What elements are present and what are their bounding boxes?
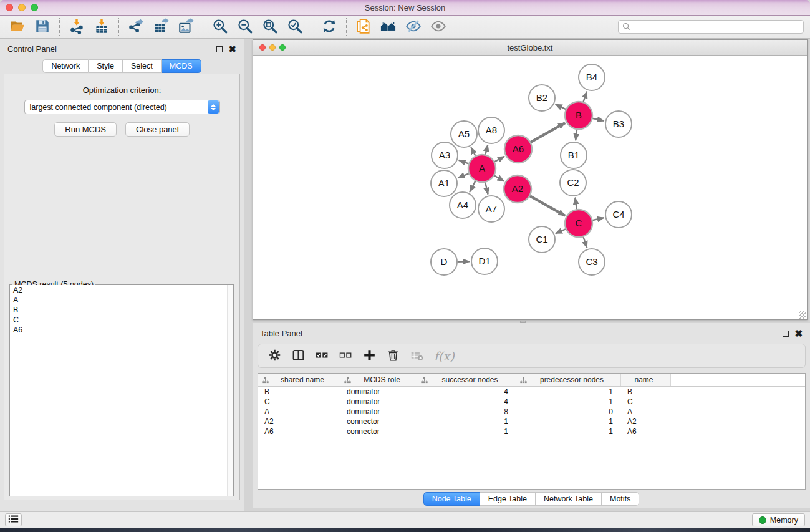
table-row[interactable]: Adominator80A [258, 407, 805, 417]
result-list-item[interactable]: B [10, 305, 233, 315]
close-panel-button[interactable]: Close panel [125, 122, 190, 137]
graph-node-C1[interactable]: C1 [529, 226, 555, 253]
open-session-button[interactable] [5, 17, 30, 37]
graph-edge-A6-B[interactable] [529, 123, 565, 143]
tab-motifs[interactable]: Motifs [602, 492, 639, 506]
graph-node-D[interactable]: D [431, 249, 457, 275]
column-header-name[interactable]: name [621, 374, 671, 386]
table-settings-button[interactable] [268, 347, 281, 365]
run-mcds-button[interactable]: Run MCDS [54, 122, 117, 137]
clone-network-button[interactable] [351, 17, 376, 37]
zoom-fit-button[interactable] [258, 17, 282, 37]
task-history-button[interactable] [5, 513, 22, 526]
result-list-item[interactable]: A [10, 295, 233, 305]
show-panel-button[interactable] [426, 17, 451, 37]
graph-node-B1[interactable]: B1 [561, 142, 587, 168]
float-panel-icon[interactable] [216, 46, 223, 52]
graph-node-A1[interactable]: A1 [431, 170, 457, 196]
svg-text:B4: B4 [586, 72, 597, 82]
table-row[interactable]: A2connector11A2 [258, 417, 805, 427]
save-session-button[interactable] [30, 17, 55, 37]
graph-edge-A2-C[interactable] [528, 195, 565, 216]
graph-node-B2[interactable]: B2 [529, 85, 555, 111]
network-canvas[interactable]: B4B2BB3A5A8A6B1A3AC2A1A2A4A7C4CC1C3DD1 [253, 56, 807, 319]
graph-node-D1[interactable]: D1 [471, 248, 498, 274]
show-columns-button[interactable] [292, 347, 305, 365]
export-network-button[interactable] [123, 17, 148, 37]
graph-node-C[interactable]: C [565, 210, 592, 237]
table-cell: 1 [417, 417, 516, 426]
hide-panel-button[interactable] [401, 17, 426, 37]
graph-node-A2[interactable]: A2 [504, 175, 531, 203]
zoom-out-button[interactable] [233, 17, 258, 37]
graph-node-A[interactable]: A [468, 155, 496, 182]
toolbar-separator [346, 18, 347, 36]
criterion-dropdown-value: largest connected component (directed) [25, 103, 208, 112]
close-table-panel-icon[interactable]: ✖ [794, 331, 803, 337]
close-panel-icon[interactable]: ✖ [228, 46, 236, 52]
export-table-button[interactable] [148, 17, 173, 37]
column-header-predecessor-nodes[interactable]: predecessor nodes [516, 374, 621, 386]
table-toolbar: f(x) [258, 344, 806, 368]
graph-node-A6[interactable]: A6 [504, 135, 532, 163]
refresh-button[interactable] [317, 17, 342, 37]
graph-node-B[interactable]: B [565, 102, 592, 129]
graph-node-A7[interactable]: A7 [478, 196, 504, 222]
graph-node-C2[interactable]: C2 [560, 170, 586, 196]
table-row[interactable]: Cdominator41C [258, 397, 805, 407]
home-button[interactable] [376, 17, 401, 37]
result-scrollbar[interactable] [227, 285, 233, 496]
table-row[interactable]: Bdominator41B [258, 387, 805, 397]
result-list-item[interactable]: A2 [10, 285, 233, 295]
deselect-all-button[interactable] [339, 347, 352, 365]
clone-network-icon [355, 18, 372, 36]
window-resize-grip[interactable] [799, 311, 806, 319]
graph-node-C4[interactable]: C4 [605, 201, 632, 228]
search-input[interactable] [618, 20, 804, 34]
graph-edge-A-A4[interactable] [470, 180, 476, 192]
result-list-item[interactable]: C [10, 315, 233, 325]
graph-node-A5[interactable]: A5 [451, 121, 477, 147]
delete-table-button[interactable] [410, 347, 423, 365]
network-window-titlebar[interactable]: testGlobe.txt [253, 40, 807, 56]
table-cell: 1 [516, 397, 621, 406]
tab-mcds[interactable]: MCDS [162, 59, 201, 73]
graph-node-A4[interactable]: A4 [450, 192, 476, 218]
graph-edge-A-A7[interactable] [485, 180, 488, 194]
svg-text:C4: C4 [612, 209, 624, 220]
import-table-button[interactable] [89, 17, 114, 37]
add-column-button[interactable] [363, 347, 376, 365]
tab-network[interactable]: Network [42, 59, 89, 73]
network-view-title: testGlobe.txt [253, 43, 807, 52]
graph-node-B3[interactable]: B3 [605, 111, 632, 137]
graph-node-C3[interactable]: C3 [579, 249, 605, 275]
select-all-button[interactable] [316, 347, 329, 365]
tab-node-table[interactable]: Node Table [423, 492, 480, 506]
float-table-panel-icon[interactable] [783, 331, 789, 337]
graph-node-A3[interactable]: A3 [432, 142, 458, 168]
column-header-MCDS-role[interactable]: MCDS role [340, 374, 417, 386]
table-cell: A2 [621, 417, 671, 426]
export-image-button[interactable] [173, 17, 198, 37]
zoom-in-button[interactable] [208, 17, 233, 37]
graph-node-B4[interactable]: B4 [579, 64, 605, 90]
import-network-button[interactable] [64, 17, 89, 37]
tab-edge-table[interactable]: Edge Table [480, 492, 536, 506]
table-header-row: shared nameMCDS rolesuccessor nodesprede… [258, 374, 805, 387]
table-row[interactable]: A6connector11A6 [258, 427, 805, 437]
memory-button[interactable]: Memory [752, 513, 805, 526]
tab-network-table[interactable]: Network Table [536, 492, 602, 506]
eye-icon [430, 18, 446, 36]
function-builder-button[interactable]: f(x) [434, 347, 455, 365]
criterion-dropdown[interactable]: largest connected component (directed) [24, 100, 220, 114]
export-table-icon [153, 18, 169, 36]
tab-select[interactable]: Select [123, 59, 162, 73]
result-list-item[interactable]: A6 [10, 325, 233, 335]
zoom-selected-button[interactable] [282, 17, 307, 37]
column-header-shared-name[interactable]: shared name [258, 374, 340, 386]
graph-node-A8[interactable]: A8 [478, 117, 504, 143]
delete-column-button[interactable] [387, 347, 400, 365]
tab-style[interactable]: Style [89, 59, 123, 73]
column-header-successor-nodes[interactable]: successor nodes [417, 374, 516, 386]
svg-text:C3: C3 [586, 256, 597, 267]
